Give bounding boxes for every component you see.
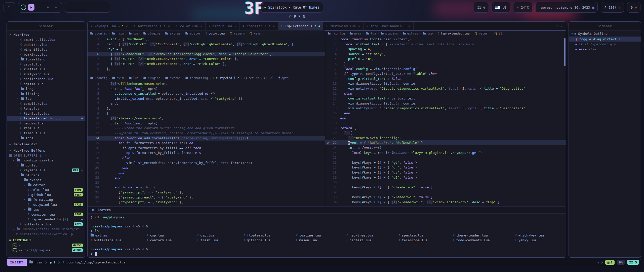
prompt-input-box[interactable]: ________ xyxy=(65,2,110,13)
code-line[interactable]: 17end xyxy=(325,116,566,121)
code-line[interactable]: 20 [1]{ xyxy=(325,130,566,135)
copy-button[interactable]: ⊞ xyxy=(45,4,51,11)
tree-item[interactable]: ▾lsp xyxy=(7,207,85,212)
code-line[interactable]: 16 end xyxy=(325,111,566,116)
tree-item[interactable]: ▸test xyxy=(7,135,85,141)
breadcrumb-segment[interactable]: formatting xyxy=(185,76,208,80)
breadcrumb-segment[interactable]: extras xyxy=(403,32,418,35)
code-line[interactable]: 21 end xyxy=(88,170,325,175)
breadcrumb-segment[interactable]: {}keys xyxy=(249,32,261,35)
code-line[interactable]: 13 config.virtual_text = virtual_text xyxy=(325,96,566,101)
code-line[interactable]: 11 opts = function(_, opts) xyxy=(88,121,325,126)
tree-item[interactable]: ☾winshift.lua xyxy=(7,47,85,52)
notifications-widget[interactable]: 9 ⚡ xyxy=(627,2,640,13)
code-line[interactable]: 25 ["javascript"] = { "rustywind" }, xyxy=(88,190,325,195)
tree-item[interactable]: ☾worktree.lua xyxy=(7,52,85,57)
tree-item[interactable]: ☾compiler.lua xyxy=(7,101,85,106)
code-line[interactable]: 6 { [1]"<leader>uC", [2]"<cmd>CccHighlig… xyxy=(88,52,325,57)
tree-item[interactable]: ▾editor xyxy=(7,183,85,188)
editor-color-lua[interactable]: .config›nvim›lua›plugins›extras›editor›☾… xyxy=(88,30,325,75)
code-line[interactable]: 22 end xyxy=(88,175,325,180)
close-icon[interactable]: × xyxy=(358,24,360,28)
terminal-output[interactable]: ❯cdlua/plugins/ nvim/lua/pluginsvia☾v5.4… xyxy=(88,214,566,257)
breadcrumb-segment[interactable]: ☾rustywind.lua xyxy=(213,76,239,80)
tree-item[interactable]: ☾github.lua#654 xyxy=(7,192,85,197)
tree-item[interactable]: ☾sqlfmt.lua xyxy=(7,82,85,87)
buffer-tab[interactable]: ☾compiler.lua× xyxy=(240,22,278,30)
tree-item[interactable]: ☾neodim.lua xyxy=(7,121,85,126)
tree-item[interactable]: ▾formatting xyxy=(7,197,85,202)
code-line[interactable]: 14 local function add_formatters(tbl :ta… xyxy=(88,136,325,141)
code-line[interactable]: 15 vim.notify(msg: "Enabled diagnostics … xyxy=(325,106,566,111)
buffer-tab[interactable]: ☾bufferline.lua× xyxy=(131,22,173,30)
breadcrumb-segment[interactable]: plugins xyxy=(143,76,160,80)
code-line[interactable]: 12 --- Extend the conform plugin config … xyxy=(88,126,325,131)
code-line[interactable]: 34 keys[#keys + 1] = { [1]"<leader>cil",… xyxy=(325,200,566,205)
breadcrumb-segment[interactable]: lsp xyxy=(423,32,433,35)
outline-item[interactable]: ▾ƒtoggle_diag_virtextfu xyxy=(569,37,641,42)
code-line[interactable]: 33 keys[#keys + 1] = { "<leader>cl", fal… xyxy=(325,195,566,200)
tabpage-number[interactable]: 1 xyxy=(556,24,558,28)
update-button[interactable]: ↻ xyxy=(21,5,26,10)
code-line[interactable]: 14 vim.diagnostic.config(opts: config) xyxy=(325,101,566,106)
tree-section-header[interactable]: ▸Neo-Tree Git xyxy=(7,142,85,147)
code-line[interactable]: 3 event = { "BufRead" }, xyxy=(88,37,325,42)
tree-item[interactable]: ☾keymaps.lua#10⚠ xyxy=(7,168,85,173)
code-line[interactable]: 15 for ft, formatters in pairs(t: tbl) d… xyxy=(88,141,325,146)
code-line[interactable]: 8 if type(v: config.virtual_text) == "ta… xyxy=(325,71,566,76)
tree-item[interactable]: □scrollbar-handle-vertical.p xyxy=(7,232,85,237)
breadcrumb-segment[interactable]: extras xyxy=(165,32,180,35)
tree-item[interactable]: ☾smart-splits.lua xyxy=(7,37,85,42)
breadcrumb-segment[interactable]: plugins xyxy=(143,32,160,35)
code-line[interactable]: 18 xyxy=(325,121,566,126)
buffer-tab[interactable]: ☾lsp-extended.lua● xyxy=(278,22,323,30)
tree-item[interactable]: ☾compiler.lua#682 xyxy=(7,212,85,217)
chevron-down-icon[interactable]: ▾ xyxy=(571,32,573,35)
code-line[interactable]: 3 spacing = 4, xyxy=(325,47,566,52)
breadcrumb-segment[interactable]: lua xyxy=(129,76,139,80)
keyboard-layout-widget[interactable]: US xyxy=(492,2,510,13)
code-line[interactable]: 7 end, xyxy=(88,101,325,106)
editor-lsp-extended-lua[interactable]: .config›nvim›lua›plugins›extras›lsp›☾lsp… xyxy=(325,30,566,206)
tree-item[interactable]: ☾lightbulb.lua xyxy=(7,111,85,116)
code-line[interactable]: 16 if opts.formatters_by_ft[ft] == nil t… xyxy=(88,146,325,151)
code-line[interactable]: 5 keys = { xyxy=(88,47,325,52)
code-line[interactable]: 23 init = function() xyxy=(325,145,566,150)
floaterm-tab[interactable]: ▣ Floaterm xyxy=(89,207,114,213)
code-line[interactable]: 17 opts.formatters_by_ft[ft] = formatter… xyxy=(88,150,325,155)
tree-item[interactable]: ▾Juegos/Indies/SteamLibrary/st xyxy=(7,227,85,232)
volume-widget[interactable]: ♪ 100% ↑ xyxy=(601,2,624,13)
code-line[interactable]: 26 keys[#keys + 1] = { "gd", false } xyxy=(325,160,566,165)
code-line[interactable]: 32 xyxy=(325,190,566,195)
breadcrumb-segment[interactable]: editor xyxy=(185,32,200,35)
floaterm-panel[interactable]: ▣ Floaterm ❯cdlua/plugins/ nvim/lua/plug… xyxy=(88,206,566,257)
tree-item[interactable]: ☾bufferline.lua#328 xyxy=(7,222,85,227)
tree-item[interactable]: ☾rustywind.lua xyxy=(7,72,85,77)
right-sidebar-tab[interactable]: Sidebar xyxy=(569,22,641,30)
tree-section-header[interactable]: ▾Neo-Tree xyxy=(7,32,85,37)
tabpage-number[interactable]: 2 xyxy=(560,24,562,28)
tree-item[interactable]: ☾color.lua#493 xyxy=(7,187,85,192)
outline-item[interactable]: ◈ifif type(config.vi xyxy=(569,42,641,47)
breadcrumb-segment[interactable]: plugins xyxy=(381,32,398,35)
close-icon[interactable]: × xyxy=(126,24,128,28)
breadcrumb-segment[interactable]: nvim xyxy=(112,76,124,80)
code-line[interactable]: 18 else xyxy=(88,155,325,160)
tree-item[interactable]: >_~/.c/n/l/plugins#3980 xyxy=(7,248,85,253)
code-line[interactable]: 28 keys[#keys + 1] = { "gy", false } xyxy=(325,170,566,175)
tree-item[interactable]: ☾lsp-extended.lu[+]◉ xyxy=(7,116,85,121)
link-button[interactable]: ⇄ xyxy=(36,4,43,11)
breadcrumb-segment[interactable]: {}return xyxy=(244,76,259,80)
breadcrumb-segment[interactable]: nvim xyxy=(350,32,361,35)
breadcrumb-segment[interactable]: ☾lsp-extended.lua xyxy=(437,32,470,35)
tree-item[interactable]: ▾formatting xyxy=(7,57,85,62)
code-line[interactable]: 26 ["javascriptreact"] = { "rustywind" }… xyxy=(88,195,325,200)
layout-button[interactable]: ⚑ xyxy=(28,4,34,11)
launcher-button[interactable]: ^ xyxy=(4,2,15,12)
code-line[interactable]: 4 cmd = { [1]"CccPick", [2]"CccConvert",… xyxy=(88,42,325,47)
code-area[interactable]: 3 event = { "BufRead" },4 cmd = { [1]"Cc… xyxy=(88,37,325,75)
code-line[interactable]: 9 config.virtual_text = false xyxy=(325,76,566,81)
code-line[interactable]: 4 opts = function(_, opts) xyxy=(88,86,325,91)
left-sidebar-tab[interactable]: Sidebar xyxy=(7,22,85,30)
code-line[interactable]: 9 }, xyxy=(88,66,325,72)
